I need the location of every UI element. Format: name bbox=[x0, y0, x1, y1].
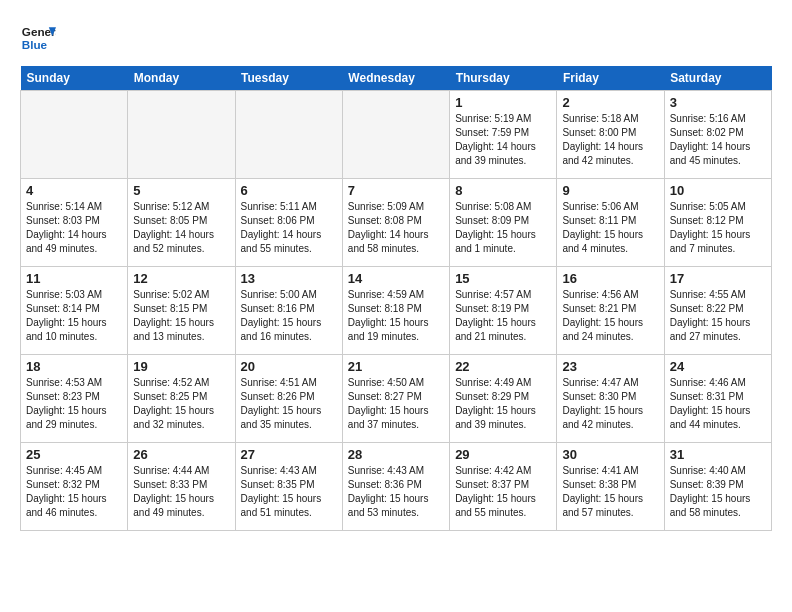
cell-info: Sunrise: 5:18 AM Sunset: 8:00 PM Dayligh… bbox=[562, 112, 658, 168]
weekday-header-sunday: Sunday bbox=[21, 66, 128, 91]
calendar-week-3: 11Sunrise: 5:03 AM Sunset: 8:14 PM Dayli… bbox=[21, 267, 772, 355]
cell-info: Sunrise: 5:11 AM Sunset: 8:06 PM Dayligh… bbox=[241, 200, 337, 256]
calendar-cell: 11Sunrise: 5:03 AM Sunset: 8:14 PM Dayli… bbox=[21, 267, 128, 355]
cell-info: Sunrise: 4:44 AM Sunset: 8:33 PM Dayligh… bbox=[133, 464, 229, 520]
cell-info: Sunrise: 4:52 AM Sunset: 8:25 PM Dayligh… bbox=[133, 376, 229, 432]
calendar-cell: 31Sunrise: 4:40 AM Sunset: 8:39 PM Dayli… bbox=[664, 443, 771, 531]
day-number: 17 bbox=[670, 271, 766, 286]
cell-info: Sunrise: 4:51 AM Sunset: 8:26 PM Dayligh… bbox=[241, 376, 337, 432]
day-number: 4 bbox=[26, 183, 122, 198]
day-number: 2 bbox=[562, 95, 658, 110]
day-number: 6 bbox=[241, 183, 337, 198]
cell-info: Sunrise: 5:19 AM Sunset: 7:59 PM Dayligh… bbox=[455, 112, 551, 168]
day-number: 28 bbox=[348, 447, 444, 462]
day-number: 7 bbox=[348, 183, 444, 198]
calendar-cell: 20Sunrise: 4:51 AM Sunset: 8:26 PM Dayli… bbox=[235, 355, 342, 443]
calendar-cell: 8Sunrise: 5:08 AM Sunset: 8:09 PM Daylig… bbox=[450, 179, 557, 267]
cell-info: Sunrise: 5:09 AM Sunset: 8:08 PM Dayligh… bbox=[348, 200, 444, 256]
day-number: 10 bbox=[670, 183, 766, 198]
day-number: 26 bbox=[133, 447, 229, 462]
calendar-cell: 13Sunrise: 5:00 AM Sunset: 8:16 PM Dayli… bbox=[235, 267, 342, 355]
cell-info: Sunrise: 4:50 AM Sunset: 8:27 PM Dayligh… bbox=[348, 376, 444, 432]
calendar-cell: 2Sunrise: 5:18 AM Sunset: 8:00 PM Daylig… bbox=[557, 91, 664, 179]
day-number: 23 bbox=[562, 359, 658, 374]
day-number: 25 bbox=[26, 447, 122, 462]
day-number: 8 bbox=[455, 183, 551, 198]
weekday-header-friday: Friday bbox=[557, 66, 664, 91]
calendar-cell: 1Sunrise: 5:19 AM Sunset: 7:59 PM Daylig… bbox=[450, 91, 557, 179]
day-number: 1 bbox=[455, 95, 551, 110]
page-header: General Blue bbox=[20, 20, 772, 56]
calendar-cell: 9Sunrise: 5:06 AM Sunset: 8:11 PM Daylig… bbox=[557, 179, 664, 267]
cell-info: Sunrise: 4:55 AM Sunset: 8:22 PM Dayligh… bbox=[670, 288, 766, 344]
weekday-header-saturday: Saturday bbox=[664, 66, 771, 91]
calendar-cell bbox=[128, 91, 235, 179]
cell-info: Sunrise: 4:43 AM Sunset: 8:35 PM Dayligh… bbox=[241, 464, 337, 520]
cell-info: Sunrise: 4:47 AM Sunset: 8:30 PM Dayligh… bbox=[562, 376, 658, 432]
cell-info: Sunrise: 4:57 AM Sunset: 8:19 PM Dayligh… bbox=[455, 288, 551, 344]
calendar-body: 1Sunrise: 5:19 AM Sunset: 7:59 PM Daylig… bbox=[21, 91, 772, 531]
cell-info: Sunrise: 4:41 AM Sunset: 8:38 PM Dayligh… bbox=[562, 464, 658, 520]
calendar-cell: 22Sunrise: 4:49 AM Sunset: 8:29 PM Dayli… bbox=[450, 355, 557, 443]
calendar-cell: 30Sunrise: 4:41 AM Sunset: 8:38 PM Dayli… bbox=[557, 443, 664, 531]
calendar-cell bbox=[235, 91, 342, 179]
calendar-cell: 28Sunrise: 4:43 AM Sunset: 8:36 PM Dayli… bbox=[342, 443, 449, 531]
weekday-header-thursday: Thursday bbox=[450, 66, 557, 91]
cell-info: Sunrise: 5:03 AM Sunset: 8:14 PM Dayligh… bbox=[26, 288, 122, 344]
day-number: 19 bbox=[133, 359, 229, 374]
calendar-week-1: 1Sunrise: 5:19 AM Sunset: 7:59 PM Daylig… bbox=[21, 91, 772, 179]
calendar-cell: 3Sunrise: 5:16 AM Sunset: 8:02 PM Daylig… bbox=[664, 91, 771, 179]
svg-text:Blue: Blue bbox=[22, 38, 48, 51]
cell-info: Sunrise: 4:45 AM Sunset: 8:32 PM Dayligh… bbox=[26, 464, 122, 520]
logo: General Blue bbox=[20, 20, 62, 56]
cell-info: Sunrise: 4:43 AM Sunset: 8:36 PM Dayligh… bbox=[348, 464, 444, 520]
day-number: 15 bbox=[455, 271, 551, 286]
cell-info: Sunrise: 4:56 AM Sunset: 8:21 PM Dayligh… bbox=[562, 288, 658, 344]
cell-info: Sunrise: 4:40 AM Sunset: 8:39 PM Dayligh… bbox=[670, 464, 766, 520]
cell-info: Sunrise: 5:06 AM Sunset: 8:11 PM Dayligh… bbox=[562, 200, 658, 256]
calendar-cell: 7Sunrise: 5:09 AM Sunset: 8:08 PM Daylig… bbox=[342, 179, 449, 267]
calendar-week-2: 4Sunrise: 5:14 AM Sunset: 8:03 PM Daylig… bbox=[21, 179, 772, 267]
day-number: 18 bbox=[26, 359, 122, 374]
calendar-cell: 26Sunrise: 4:44 AM Sunset: 8:33 PM Dayli… bbox=[128, 443, 235, 531]
day-number: 20 bbox=[241, 359, 337, 374]
calendar-cell: 24Sunrise: 4:46 AM Sunset: 8:31 PM Dayli… bbox=[664, 355, 771, 443]
day-number: 5 bbox=[133, 183, 229, 198]
cell-info: Sunrise: 4:53 AM Sunset: 8:23 PM Dayligh… bbox=[26, 376, 122, 432]
calendar-cell bbox=[342, 91, 449, 179]
day-number: 11 bbox=[26, 271, 122, 286]
calendar-cell: 23Sunrise: 4:47 AM Sunset: 8:30 PM Dayli… bbox=[557, 355, 664, 443]
calendar-cell: 21Sunrise: 4:50 AM Sunset: 8:27 PM Dayli… bbox=[342, 355, 449, 443]
calendar-cell: 10Sunrise: 5:05 AM Sunset: 8:12 PM Dayli… bbox=[664, 179, 771, 267]
cell-info: Sunrise: 4:42 AM Sunset: 8:37 PM Dayligh… bbox=[455, 464, 551, 520]
weekday-header-tuesday: Tuesday bbox=[235, 66, 342, 91]
cell-info: Sunrise: 5:08 AM Sunset: 8:09 PM Dayligh… bbox=[455, 200, 551, 256]
day-number: 14 bbox=[348, 271, 444, 286]
cell-info: Sunrise: 5:05 AM Sunset: 8:12 PM Dayligh… bbox=[670, 200, 766, 256]
calendar-cell: 6Sunrise: 5:11 AM Sunset: 8:06 PM Daylig… bbox=[235, 179, 342, 267]
calendar-cell: 16Sunrise: 4:56 AM Sunset: 8:21 PM Dayli… bbox=[557, 267, 664, 355]
weekday-header-monday: Monday bbox=[128, 66, 235, 91]
calendar-week-4: 18Sunrise: 4:53 AM Sunset: 8:23 PM Dayli… bbox=[21, 355, 772, 443]
cell-info: Sunrise: 4:46 AM Sunset: 8:31 PM Dayligh… bbox=[670, 376, 766, 432]
calendar-cell: 29Sunrise: 4:42 AM Sunset: 8:37 PM Dayli… bbox=[450, 443, 557, 531]
day-number: 13 bbox=[241, 271, 337, 286]
calendar-cell: 25Sunrise: 4:45 AM Sunset: 8:32 PM Dayli… bbox=[21, 443, 128, 531]
day-number: 30 bbox=[562, 447, 658, 462]
cell-info: Sunrise: 4:59 AM Sunset: 8:18 PM Dayligh… bbox=[348, 288, 444, 344]
calendar-cell: 12Sunrise: 5:02 AM Sunset: 8:15 PM Dayli… bbox=[128, 267, 235, 355]
day-number: 27 bbox=[241, 447, 337, 462]
calendar-cell: 5Sunrise: 5:12 AM Sunset: 8:05 PM Daylig… bbox=[128, 179, 235, 267]
cell-info: Sunrise: 4:49 AM Sunset: 8:29 PM Dayligh… bbox=[455, 376, 551, 432]
calendar-cell: 14Sunrise: 4:59 AM Sunset: 8:18 PM Dayli… bbox=[342, 267, 449, 355]
cell-info: Sunrise: 5:00 AM Sunset: 8:16 PM Dayligh… bbox=[241, 288, 337, 344]
day-number: 16 bbox=[562, 271, 658, 286]
calendar-cell: 15Sunrise: 4:57 AM Sunset: 8:19 PM Dayli… bbox=[450, 267, 557, 355]
calendar-cell: 18Sunrise: 4:53 AM Sunset: 8:23 PM Dayli… bbox=[21, 355, 128, 443]
cell-info: Sunrise: 5:12 AM Sunset: 8:05 PM Dayligh… bbox=[133, 200, 229, 256]
calendar-table: SundayMondayTuesdayWednesdayThursdayFrid… bbox=[20, 66, 772, 531]
day-number: 22 bbox=[455, 359, 551, 374]
weekday-header-wednesday: Wednesday bbox=[342, 66, 449, 91]
day-number: 24 bbox=[670, 359, 766, 374]
calendar-cell bbox=[21, 91, 128, 179]
